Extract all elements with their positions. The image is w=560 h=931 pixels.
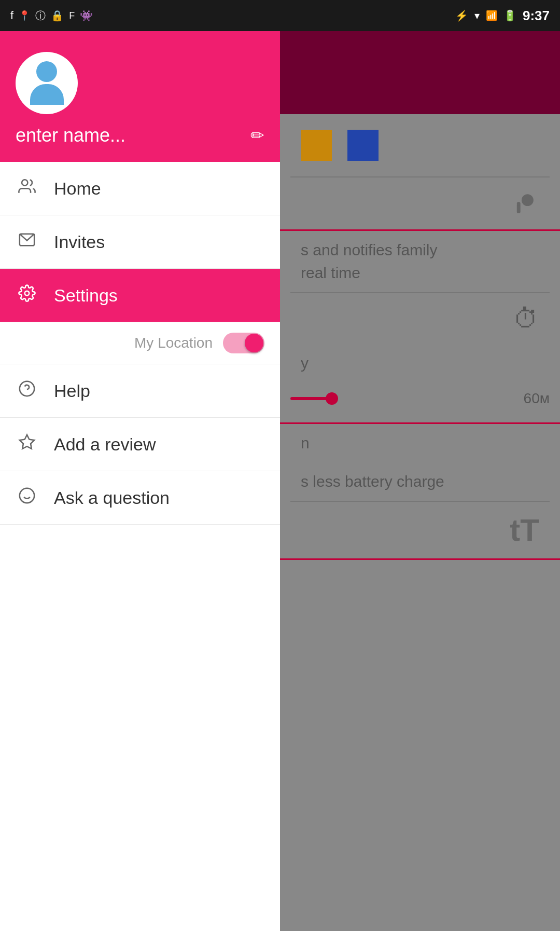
home-icon	[16, 177, 38, 199]
review-label: Add a review	[54, 434, 156, 455]
bg-text-2: real time	[280, 262, 560, 292]
menu-item-settings[interactable]: Settings	[0, 269, 280, 322]
wifi-icon: ▾	[474, 9, 480, 22]
invites-label: Invites	[54, 232, 105, 252]
bg-red-line-3	[280, 558, 560, 560]
toggle-thumb	[245, 334, 263, 352]
bg-rattle-row	[280, 177, 560, 229]
svg-point-5	[25, 291, 30, 296]
maps-icon: 📍	[19, 10, 30, 21]
status-time: 9:37	[523, 8, 550, 24]
bg-text-4: n	[280, 424, 560, 462]
menu-item-invites[interactable]: Invites	[0, 215, 280, 269]
drawer-header: enter name... ✏	[0, 31, 280, 162]
svg-marker-8	[20, 435, 34, 449]
menu-item-help[interactable]: Help	[0, 364, 280, 418]
info-icon: ⓘ	[35, 9, 46, 23]
battery-icon: 🔋	[503, 9, 516, 22]
settings-label: Settings	[54, 285, 118, 306]
bg-text-5: s less battery charge	[280, 462, 560, 501]
toggle-track	[223, 333, 264, 353]
invites-icon	[16, 231, 38, 253]
svg-point-0	[521, 194, 533, 206]
font-size-icon: tT	[510, 512, 539, 548]
svg-point-6	[20, 381, 34, 396]
facebook-icon: f	[10, 9, 13, 22]
settings-icon	[16, 284, 38, 306]
blue-box	[347, 130, 379, 161]
menu-item-question[interactable]: Ask a question	[0, 471, 280, 525]
bg-slider-row: 60м	[280, 375, 560, 422]
svg-point-9	[20, 488, 34, 503]
avatar-head	[36, 61, 57, 82]
orange-box	[301, 130, 332, 161]
stopwatch-icon: ⏱	[513, 304, 539, 334]
bg-stopwatch-row: ⏱	[280, 293, 560, 344]
user-name[interactable]: enter name...	[16, 125, 125, 146]
bg-right-panel: s and notifies family real time ⏱ y 60м …	[280, 114, 560, 560]
home-label: Home	[54, 179, 101, 199]
location-toggle[interactable]	[223, 333, 264, 353]
bluetooth-icon: ⚡	[455, 9, 468, 22]
bg-text-3: y	[280, 344, 560, 375]
rattle-icon	[508, 188, 539, 219]
review-star-icon	[16, 433, 38, 455]
menu-item-review[interactable]: Add a review	[0, 418, 280, 471]
status-icons-right: ⚡ ▾ 📶 🔋 9:37	[455, 8, 550, 24]
bg-color-boxes	[280, 114, 560, 176]
edit-name-icon[interactable]: ✏	[250, 126, 264, 145]
help-label: Help	[54, 381, 90, 401]
question-label: Ask a question	[54, 488, 170, 508]
my-location-row: My Location	[0, 322, 280, 364]
avatar-icon	[30, 61, 64, 105]
navigation-drawer: enter name... ✏ Home Invites	[0, 31, 280, 931]
devil-icon: 👾	[80, 9, 93, 22]
drawer-name-row: enter name... ✏	[16, 125, 264, 146]
bg-slider-dot	[326, 392, 338, 405]
status-bar: f 📍 ⓘ 🔒 F 👾 ⚡ ▾ 📶 🔋 9:37	[0, 0, 560, 31]
avatar	[16, 52, 78, 114]
question-smiley-icon	[16, 487, 38, 509]
my-location-label: My Location	[134, 335, 213, 351]
bg-font-row: tT	[280, 502, 560, 558]
bg-slider-label: 60м	[524, 390, 550, 407]
bg-text-1: s and notifies family	[280, 231, 560, 262]
svg-point-2	[516, 202, 520, 206]
menu-item-home[interactable]: Home	[0, 162, 280, 215]
svg-point-3	[22, 180, 27, 185]
signal-icon: 📶	[486, 10, 497, 21]
status-icons-left: f 📍 ⓘ 🔒 F 👾	[10, 9, 93, 23]
fake-icon: F	[69, 10, 75, 21]
lock-icon: 🔒	[51, 9, 64, 22]
help-icon	[16, 380, 38, 402]
avatar-body	[30, 84, 64, 105]
